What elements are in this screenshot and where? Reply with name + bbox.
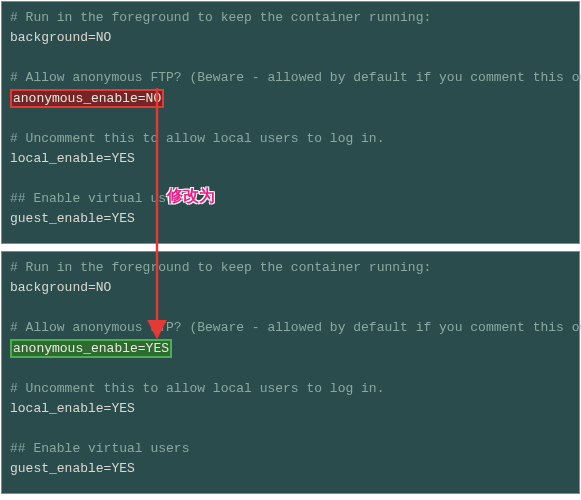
cfg-line: local_enable=YES xyxy=(10,151,135,166)
cfg-line: background=NO xyxy=(10,30,111,45)
config-after-panel: # Run in the foreground to keep the cont… xyxy=(1,251,580,494)
cfg-line: # Run in the foreground to keep the cont… xyxy=(10,10,431,25)
cfg-line: # Uncomment this to allow local users to… xyxy=(10,131,384,146)
cfg-line: guest_enable=YES xyxy=(10,461,135,476)
cfg-line: guest_enable=YES xyxy=(10,211,135,226)
cfg-line: # Allow anonymous FTP? (Beware - allowed… xyxy=(10,70,581,85)
cfg-line: # Allow anonymous FTP? (Beware - allowed… xyxy=(10,320,581,335)
config-before-panel: # Run in the foreground to keep the cont… xyxy=(1,1,580,244)
cfg-line: ## Enable virtual users xyxy=(10,441,189,456)
cfg-line: background=NO xyxy=(10,280,111,295)
cfg-line: # Uncomment this to allow local users to… xyxy=(10,381,384,396)
cfg-line: # Run in the foreground to keep the cont… xyxy=(10,260,431,275)
cfg-line: ## Enable virtual users xyxy=(10,191,189,206)
changed-line-after: anonymous_enable=YES xyxy=(10,339,172,359)
changed-line-before: anonymous_enable=NO xyxy=(10,89,164,109)
cfg-line: local_enable=YES xyxy=(10,401,135,416)
